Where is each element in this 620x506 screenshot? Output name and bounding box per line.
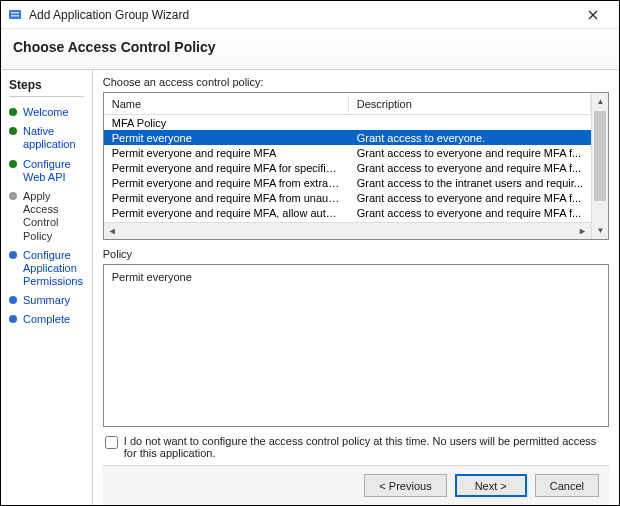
scroll-up-icon[interactable]: ▲ <box>592 93 609 110</box>
policy-list-prompt: Choose an access control policy: <box>103 76 609 88</box>
wizard-window: Add Application Group Wizard Choose Acce… <box>0 0 620 506</box>
policy-row-description: Grant access to everyone and require MFA… <box>349 192 591 204</box>
step-item[interactable]: Configure Web API <box>5 155 88 187</box>
step-status-icon <box>9 192 17 200</box>
step-label: Configure Application Permissions <box>23 249 84 289</box>
next-button[interactable]: Next > <box>455 474 527 497</box>
step-item[interactable]: Summary <box>5 291 88 310</box>
wizard-footer: < Previous Next > Cancel <box>103 465 609 505</box>
policy-row-description: Grant access to everyone and require MFA… <box>349 207 591 219</box>
step-label: Welcome <box>23 106 69 119</box>
policy-row-description: Grant access to the intranet users and r… <box>349 177 591 189</box>
policy-list[interactable]: Name Description MFA PolicyPermit everyo… <box>103 92 609 240</box>
scroll-left-icon[interactable]: ◄ <box>104 223 121 240</box>
titlebar: Add Application Group Wizard <box>1 1 619 29</box>
svg-rect-1 <box>11 12 19 14</box>
policy-row[interactable]: Permit everyone and require MFAGrant acc… <box>104 145 591 160</box>
horizontal-scrollbar[interactable]: ◄ ► <box>104 222 591 239</box>
policy-row-name: Permit everyone and require MFA for spec… <box>104 162 349 174</box>
step-item[interactable]: Native application <box>5 122 88 154</box>
policy-row-description: Grant access to everyone and require MFA… <box>349 162 591 174</box>
svg-rect-0 <box>9 10 21 19</box>
step-status-icon <box>9 296 17 304</box>
policy-row-name: Permit everyone and require MFA from ext… <box>104 177 349 189</box>
step-status-icon <box>9 108 17 116</box>
previous-button[interactable]: < Previous <box>364 474 446 497</box>
step-status-icon <box>9 315 17 323</box>
page-title: Choose Access Control Policy <box>13 39 607 55</box>
policy-row[interactable]: Permit everyone and require MFA from ext… <box>104 175 591 190</box>
policy-row-name: MFA Policy <box>104 117 349 129</box>
policy-row-name: Permit everyone and require MFA <box>104 147 349 159</box>
app-icon <box>7 7 23 23</box>
opt-out-row[interactable]: I do not want to configure the access co… <box>103 435 609 459</box>
opt-out-label: I do not want to configure the access co… <box>124 435 609 459</box>
svg-rect-2 <box>11 15 19 17</box>
close-button[interactable] <box>573 1 613 29</box>
scroll-right-icon[interactable]: ► <box>574 223 591 240</box>
step-label: Configure Web API <box>23 158 84 184</box>
step-label: Summary <box>23 294 70 307</box>
steps-pane: Steps WelcomeNative applicationConfigure… <box>1 70 93 505</box>
policy-detail-box: Permit everyone <box>103 264 609 427</box>
policy-row[interactable]: MFA Policy <box>104 115 591 130</box>
wizard-body: Steps WelcomeNative applicationConfigure… <box>1 70 619 505</box>
wizard-header: Choose Access Control Policy <box>1 29 619 70</box>
scroll-track[interactable] <box>121 223 574 240</box>
step-status-icon <box>9 127 17 135</box>
step-label: Complete <box>23 313 70 326</box>
policy-row-description: Grant access to everyone and require MFA… <box>349 147 591 159</box>
policy-row-name: Permit everyone and require MFA from una… <box>104 192 349 204</box>
policy-row-description: Grant access to everyone. <box>349 132 591 144</box>
cancel-button[interactable]: Cancel <box>535 474 599 497</box>
content-pane: Choose an access control policy: Name De… <box>93 70 619 505</box>
step-item[interactable]: Complete <box>5 310 88 329</box>
column-name[interactable]: Name <box>104 95 349 113</box>
step-item[interactable]: Welcome <box>5 103 88 122</box>
column-description[interactable]: Description <box>349 95 591 113</box>
step-label: Apply Access Control Policy <box>23 190 84 243</box>
policy-row-name: Permit everyone <box>104 132 349 144</box>
policy-list-header: Name Description <box>104 93 591 115</box>
policy-row[interactable]: Permit everyone and require MFA from una… <box>104 190 591 205</box>
step-label: Native application <box>23 125 84 151</box>
opt-out-checkbox[interactable] <box>105 436 118 449</box>
vertical-scrollbar[interactable]: ▲ ▼ <box>591 93 608 239</box>
scroll-down-icon[interactable]: ▼ <box>592 222 609 239</box>
scroll-thumb[interactable] <box>594 111 606 201</box>
policy-row[interactable]: Permit everyone and require MFA, allow a… <box>104 205 591 220</box>
window-title: Add Application Group Wizard <box>29 8 189 22</box>
policy-row-name: Permit everyone and require MFA, allow a… <box>104 207 349 219</box>
policy-row[interactable]: Permit everyoneGrant access to everyone. <box>104 130 591 145</box>
steps-heading: Steps <box>9 78 84 97</box>
step-item: Apply Access Control Policy <box>5 187 88 246</box>
step-status-icon <box>9 160 17 168</box>
step-status-icon <box>9 251 17 259</box>
policy-row[interactable]: Permit everyone and require MFA for spec… <box>104 160 591 175</box>
policy-detail-label: Policy <box>103 248 609 260</box>
policy-detail-text: Permit everyone <box>112 271 192 283</box>
step-item[interactable]: Configure Application Permissions <box>5 246 88 292</box>
